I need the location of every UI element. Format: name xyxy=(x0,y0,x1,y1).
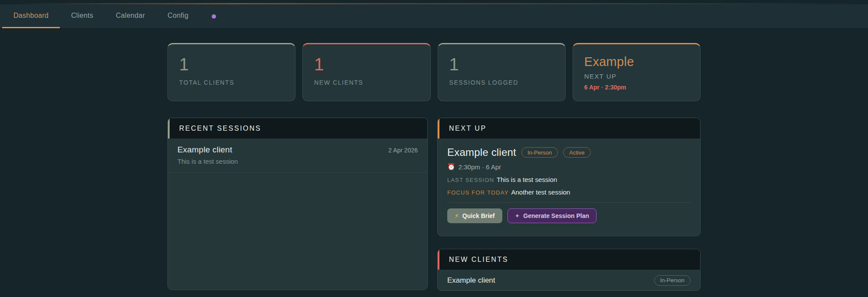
generate-plan-label: Generate Session Plan xyxy=(523,212,589,219)
nav-item-dashboard[interactable]: Dashboard xyxy=(2,4,60,28)
stat-label: SESSIONS LOGGED xyxy=(449,79,554,86)
session-client-name: Example client xyxy=(177,145,232,155)
stat-value: 1 xyxy=(179,55,284,74)
nav-item-clients[interactable]: Clients xyxy=(60,4,105,28)
session-note: This is a test session xyxy=(177,158,418,165)
recent-sessions-panel: RECENT SESSIONS Example client 2 Apr 202… xyxy=(167,118,428,290)
quick-brief-button[interactable]: ⚡ Quick Brief xyxy=(447,208,502,223)
client-name: Example client xyxy=(447,146,516,158)
session-time-line: ⏰ 2:30pm · 6 Apr xyxy=(447,163,691,171)
next-up-body: Example client In-Person Active ⏰ 2:30pm… xyxy=(438,139,700,223)
next-up-panel: NEXT UP Example client In-Person Active … xyxy=(437,118,701,236)
sparkle-icon: ✦ xyxy=(515,212,520,219)
generate-session-plan-button[interactable]: ✦ Generate Session Plan xyxy=(508,208,596,223)
alarm-clock-icon: ⏰ xyxy=(447,163,455,171)
next-up-time: 6 Apr · 2:30pm xyxy=(584,84,689,91)
focus-line: FOCUS FOR TODAYAnother test session xyxy=(447,188,691,196)
stat-card-new-clients: 1 NEW CLIENTS xyxy=(302,43,430,101)
next-up-client-name: Example xyxy=(584,55,689,69)
right-column: NEXT UP Example client In-Person Active … xyxy=(437,118,701,291)
panels-row: RECENT SESSIONS Example client 2 Apr 202… xyxy=(167,118,701,291)
new-client-name: Example client xyxy=(447,276,495,285)
stat-label: NEW CLIENTS xyxy=(314,79,419,86)
session-date: 2 Apr 2026 xyxy=(388,147,418,154)
stat-value: 1 xyxy=(314,55,419,74)
next-up-header: NEXT UP xyxy=(438,118,700,139)
recent-sessions-header: RECENT SESSIONS xyxy=(168,118,427,139)
badge-in-person: In-Person xyxy=(654,275,691,286)
badge-active: Active xyxy=(563,147,590,158)
session-time: 2:30pm · 6 Apr xyxy=(459,163,501,171)
new-client-row[interactable]: Example client In-Person xyxy=(438,270,700,291)
stat-card-next-up: Example NEXT UP 6 Apr · 2:30pm xyxy=(573,43,701,101)
dashboard-content: 1 TOTAL CLIENTS 1 NEW CLIENTS 1 SESSIONS… xyxy=(167,29,701,291)
stat-card-total-clients: 1 TOTAL CLIENTS xyxy=(167,43,295,101)
top-strip xyxy=(0,0,868,3)
last-session-value: This is a test session xyxy=(497,176,557,183)
nav-item-calendar[interactable]: Calendar xyxy=(105,4,156,28)
last-session-line: LAST SESSIONThis is a test session xyxy=(447,176,691,183)
nav-item-config[interactable]: Config xyxy=(156,4,200,28)
last-session-label: LAST SESSION xyxy=(447,177,494,183)
focus-value: Another test session xyxy=(511,188,570,196)
stat-label: TOTAL CLIENTS xyxy=(179,79,284,86)
stat-value: 1 xyxy=(449,55,554,74)
stats-row: 1 TOTAL CLIENTS 1 NEW CLIENTS 1 SESSIONS… xyxy=(167,43,701,101)
stat-label: NEXT UP xyxy=(584,73,689,80)
new-clients-header: NEW CLIENTS xyxy=(438,249,700,270)
stat-card-sessions-logged: 1 SESSIONS LOGGED xyxy=(438,43,566,101)
session-row[interactable]: Example client 2 Apr 2026 This is a test… xyxy=(168,139,427,173)
status-dot-icon xyxy=(212,14,216,19)
focus-label: FOCUS FOR TODAY xyxy=(447,189,509,196)
lightning-icon: ⚡ xyxy=(455,212,459,219)
next-up-actions: ⚡ Quick Brief ✦ Generate Session Plan xyxy=(447,202,691,223)
badge-in-person: In-Person xyxy=(521,147,558,158)
session-row-top: Example client 2 Apr 2026 xyxy=(177,145,418,155)
new-clients-panel: NEW CLIENTS Example client In-Person xyxy=(437,249,701,291)
main-nav: Dashboard Clients Calendar Config xyxy=(0,4,868,29)
quick-brief-label: Quick Brief xyxy=(462,212,495,219)
client-line: Example client In-Person Active xyxy=(447,146,691,158)
